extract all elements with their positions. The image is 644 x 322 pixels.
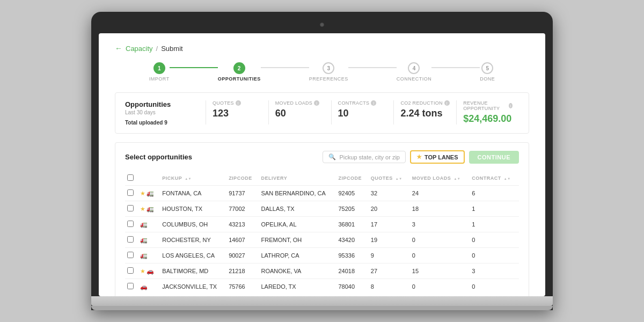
quotes-sort-icon[interactable]: ▲▼ — [396, 177, 402, 180]
top-lanes-star-icon: ★ — [416, 153, 422, 160]
step-circle-4: 4 — [408, 62, 420, 74]
row-icons: ★ 🚛 — [140, 190, 156, 197]
back-arrow-icon[interactable]: ← — [115, 44, 122, 53]
truck-icon: 🚛 — [147, 190, 154, 197]
table-row: 🚛 ROCHESTER, NY 14607 FREMONT, OH 43420 … — [125, 232, 519, 248]
step-circle-1: 1 — [153, 62, 165, 74]
step-1: 1 IMPORT — [149, 62, 170, 82]
moved-loads-cell: 24 — [410, 186, 470, 201]
camera-bar — [99, 19, 545, 30]
truck-icon: 🚗 — [140, 283, 148, 290]
step-label-5: DONE — [480, 76, 495, 82]
select-section: Select opportunities 🔍 Pickup state, cit… — [115, 142, 529, 296]
laptop-screen: ← Capacity / Submit 1 IMPORT 2 OPPORTUNI… — [99, 33, 545, 296]
truck-icon: 🚛 — [147, 206, 154, 213]
zip-delivery-cell: 36801 — [336, 217, 368, 232]
metric-co2-info[interactable]: i — [444, 100, 450, 106]
table-header-row: PICKUP ▲▼ ZIPCODE DELIVERY ZIPCODE QUOTE… — [125, 171, 519, 186]
delivery-cell: ROANOKE, VA — [259, 264, 336, 279]
select-header: Select opportunities 🔍 Pickup state, cit… — [125, 150, 519, 164]
row-select-checkbox[interactable] — [127, 189, 134, 196]
row-checkbox-cell — [125, 201, 138, 217]
step-label-4: CONNECTION — [397, 76, 432, 82]
quotes-cell: 32 — [369, 186, 410, 201]
th-icons — [138, 171, 160, 186]
quotes-cell: 27 — [369, 264, 410, 279]
contract-cell: 3 — [470, 264, 519, 279]
table-row: ★ 🚛 FONTANA, CA 91737 SAN BERNARDINO, CA… — [125, 186, 519, 201]
row-icons-cell: 🚛 — [138, 232, 160, 248]
select-all-checkbox[interactable] — [127, 174, 134, 181]
row-select-checkbox[interactable] — [127, 205, 134, 211]
summary-header: Opportunities Last 30 days Total uploade… — [125, 100, 519, 126]
moved-loads-sort-icon[interactable]: ▲▼ — [453, 177, 460, 180]
metric-moved-loads-label: MOVED LOADS i — [275, 100, 325, 106]
breadcrumb-current: Submit — [161, 45, 182, 53]
contract-sort-icon[interactable]: ▲▼ — [504, 177, 511, 180]
search-placeholder: Pickup state, city or zip — [339, 154, 400, 160]
row-select-checkbox[interactable] — [127, 267, 134, 274]
breadcrumb: ← Capacity / Submit — [115, 44, 529, 53]
delivery-cell: LAREDO, TX — [259, 279, 336, 295]
row-icons: ★ 🚛 — [140, 206, 156, 213]
contract-cell: 0 — [470, 279, 519, 295]
table-head: PICKUP ▲▼ ZIPCODE DELIVERY ZIPCODE QUOTE… — [125, 171, 519, 186]
moved-loads-cell: 0 — [410, 248, 470, 264]
pickup-sort-icon[interactable]: ▲▼ — [185, 177, 192, 180]
step-3: 3 PREFERENCES — [309, 62, 348, 82]
row-select-checkbox[interactable] — [127, 252, 134, 258]
continue-button[interactable]: CONTINUE — [469, 151, 519, 164]
truck-icon: 🚛 — [140, 237, 148, 244]
metric-revenue-value: $24,469.00 — [463, 113, 513, 125]
top-lanes-label: TOP LANES — [425, 154, 458, 160]
row-select-checkbox[interactable] — [127, 236, 134, 243]
search-box[interactable]: 🔍 Pickup state, city or zip — [323, 151, 406, 163]
metric-moved-loads-info[interactable]: i — [314, 100, 319, 106]
select-controls: 🔍 Pickup state, city or zip ★ TOP LANES … — [323, 150, 519, 164]
quotes-cell: 9 — [369, 248, 410, 264]
zip-delivery-cell: 43420 — [336, 232, 368, 248]
row-icons-cell: ★ 🚛 — [138, 186, 160, 201]
delivery-cell: DALLAS, TX — [259, 201, 336, 217]
pickup-cell: COLUMBUS, OH — [160, 217, 226, 232]
step-line-2-3 — [261, 67, 309, 68]
moved-loads-cell: 15 — [410, 264, 470, 279]
metric-contracts-label: CONTRACTS i — [338, 100, 387, 106]
zip-pickup-cell: 14607 — [226, 232, 259, 248]
pickup-cell: FONTANA, CA — [160, 186, 226, 201]
row-checkbox-cell — [125, 264, 138, 279]
metric-revenue: REVENUE OPPORTUNITY i $24,469.00 — [456, 100, 519, 125]
table-row: ★ 🚗 BALTIMORE, MD 21218 ROANOKE, VA 2401… — [125, 264, 519, 279]
breadcrumb-capacity-link[interactable]: Capacity — [126, 45, 153, 53]
top-lanes-button[interactable]: ★ TOP LANES — [410, 150, 465, 164]
summary-subtitle: Last 30 days — [125, 109, 189, 115]
contract-cell: 6 — [470, 186, 519, 201]
step-label-3: PREFERENCES — [309, 76, 348, 82]
step-4: 4 CONNECTION — [397, 62, 432, 82]
metric-contracts-info[interactable]: i — [371, 100, 376, 106]
contract-cell: 0 — [470, 248, 519, 264]
summary-title: Opportunities — [125, 100, 189, 108]
truck-icon: 🚛 — [140, 221, 148, 228]
metric-revenue-info[interactable]: i — [509, 103, 513, 108]
laptop-base — [91, 296, 553, 306]
moved-loads-cell: 0 — [410, 279, 470, 295]
metric-co2-value: 2.24 tons — [400, 108, 450, 119]
row-select-checkbox[interactable] — [127, 221, 134, 227]
table-body: ★ 🚛 FONTANA, CA 91737 SAN BERNARDINO, CA… — [125, 186, 519, 295]
summary-total: Total uploaded 9 — [125, 120, 189, 126]
quotes-cell: 8 — [369, 279, 410, 295]
metric-revenue-label: REVENUE OPPORTUNITY i — [463, 100, 513, 111]
th-zip-pickup: ZIPCODE — [226, 171, 259, 186]
step-5: 5 DONE — [480, 62, 495, 82]
metric-quotes-info[interactable]: i — [236, 100, 241, 106]
step-label-2: OPPORTUNITIES — [218, 76, 261, 82]
pickup-cell: ROCHESTER, NY — [160, 232, 226, 248]
star-icon: ★ — [140, 190, 145, 197]
quotes-cell: 17 — [369, 217, 410, 232]
row-select-checkbox[interactable] — [127, 283, 134, 289]
zip-delivery-cell: 92405 — [336, 186, 368, 201]
row-icons-cell: 🚛 — [138, 248, 160, 264]
table-row: 🚗 JACKSONVILLE, TX 75766 LAREDO, TX 7804… — [125, 279, 519, 295]
laptop-foot — [91, 306, 553, 310]
